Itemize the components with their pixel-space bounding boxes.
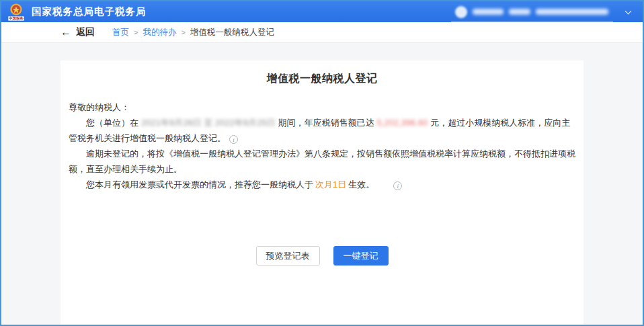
- notice-paragraph-3: 您本月有领用发票或代开发票的情况，推荐您一般纳税人于次月1日生效。i: [69, 177, 575, 192]
- notice-paragraph-1: 您（单位）在2021年9月26日 至 2022年9月25日期间，年应税销售额已达…: [69, 115, 575, 146]
- app-title: 国家税务总局电子税务局: [32, 5, 147, 18]
- content-area: 增值税一般纳税人登记 尊敬的纳税人： 您（单位）在2021年9月26日 至 20…: [1, 43, 643, 325]
- breadcrumb-separator: >: [134, 28, 138, 36]
- avatar: [455, 6, 467, 18]
- redacted-sales-amount: 5,202,396.60: [376, 118, 428, 128]
- chevron-down-icon[interactable]: [625, 7, 632, 14]
- breadcrumb-separator: >: [181, 28, 185, 36]
- greeting: 尊敬的纳税人：: [69, 99, 575, 115]
- back-arrow-icon: ←: [61, 27, 71, 38]
- app-header: 中国税务 国家税务总局电子税务局: [1, 1, 643, 22]
- breadcrumb: 首页 > 我的待办 > 增值税一般纳税人登记: [112, 27, 274, 38]
- effective-date-highlight: 次月1日: [315, 179, 346, 190]
- one-click-register-button[interactable]: 一键登记: [333, 246, 389, 266]
- redacted-user-name: [473, 9, 504, 15]
- info-icon[interactable]: i: [393, 181, 402, 190]
- info-icon[interactable]: i: [229, 135, 238, 144]
- redacted-company-name: [536, 9, 608, 15]
- notice-card: 增值税一般纳税人登记 尊敬的纳税人： 您（单位）在2021年9月26日 至 20…: [61, 60, 583, 325]
- redacted-user-role: [509, 9, 530, 15]
- national-emblem-icon: [9, 3, 24, 16]
- page-title: 增值税一般纳税人登记: [69, 72, 575, 86]
- breadcrumb-bar: ← 返回 首页 > 我的待办 > 增值税一般纳税人登记: [1, 22, 643, 43]
- breadcrumb-current: 增值税一般纳税人登记: [190, 27, 274, 38]
- action-buttons: 预览登记表 一键登记: [69, 246, 575, 266]
- logo-caption: 中国税务: [8, 16, 24, 20]
- tax-bureau-logo: 中国税务: [6, 3, 26, 21]
- notice-paragraph-2: 逾期未登记的，将按《增值税一般纳税人登记管理办法》第八条规定，按销售额依照增值税…: [69, 146, 575, 177]
- breadcrumb-my-todo[interactable]: 我的待办: [143, 27, 176, 38]
- preview-registration-form-button[interactable]: 预览登记表: [256, 246, 320, 266]
- redacted-tax-period: 2021年9月26日 至 2022年9月25日: [141, 118, 275, 128]
- breadcrumb-home[interactable]: 首页: [112, 27, 129, 38]
- page: 中国税务 国家税务总局电子税务局 ← 返回 首页 > 我的待办 > 增值税一般纳…: [0, 0, 644, 326]
- user-menu[interactable]: [455, 1, 631, 22]
- back-button[interactable]: ← 返回: [61, 26, 95, 38]
- back-label: 返回: [76, 26, 95, 38]
